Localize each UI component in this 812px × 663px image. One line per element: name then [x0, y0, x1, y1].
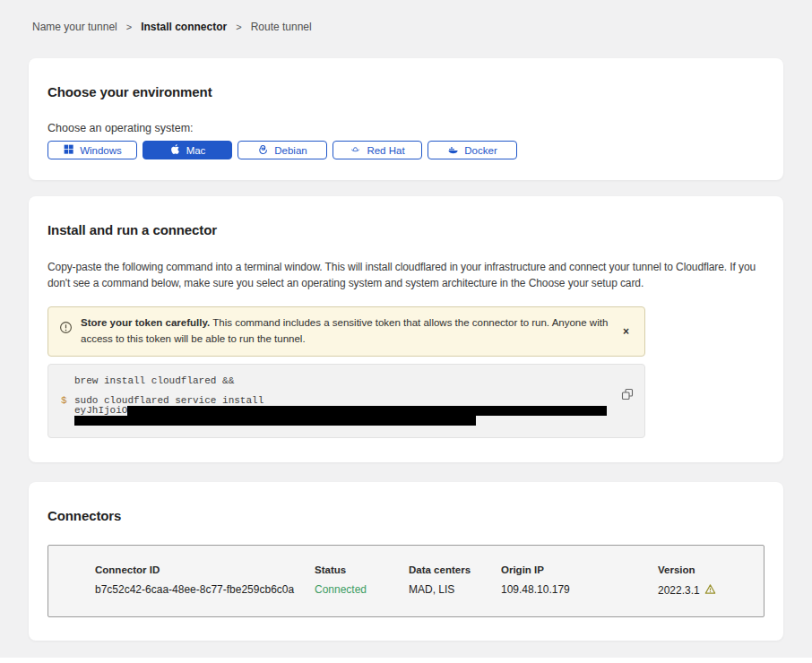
breadcrumb-separator: >: [126, 22, 132, 32]
shell-prompt: $: [61, 396, 74, 406]
breadcrumb-step-route-tunnel[interactable]: Route tunnel: [251, 21, 312, 33]
column-header-origin-ip: Origin IP: [501, 564, 658, 575]
code-line-sudo: sudo cloudflared service install: [74, 396, 263, 406]
os-button-label: Docker: [464, 145, 497, 156]
warning-triangle-icon: [704, 583, 716, 598]
debian-icon: [257, 143, 269, 157]
os-button-label: Mac: [186, 145, 206, 156]
origin-ip-column: Origin IP 109.48.10.179: [501, 564, 658, 598]
warning-message-bold: Store your token carefully.: [81, 317, 210, 328]
breadcrumb-separator: >: [236, 22, 241, 32]
origin-ip-value: 109.48.10.179: [501, 583, 658, 596]
install-connector-card: Install and run a connector Copy-paste t…: [29, 196, 783, 462]
redacted-token-bar: [127, 406, 607, 416]
breadcrumb-step-name-your-tunnel[interactable]: Name your tunnel: [32, 21, 117, 33]
os-button-windows[interactable]: Windows: [48, 141, 137, 159]
code-line-brew: brew install cloudflared &&: [74, 376, 234, 386]
status-badge: Connected: [315, 583, 409, 596]
version-column: Version 2022.3.1: [658, 564, 749, 598]
apple-icon: [169, 143, 181, 157]
copy-icon[interactable]: [621, 388, 634, 400]
os-button-group: Windows Mac Debian Red Hat Docker: [48, 141, 764, 159]
os-button-docker[interactable]: Docker: [428, 141, 517, 159]
breadcrumb: Name your tunnel > Install connector > R…: [0, 0, 812, 33]
command-code-block: brew install cloudflared && $sudo cloudf…: [48, 364, 645, 438]
column-header-data-centers: Data centers: [409, 564, 501, 575]
windows-icon: [63, 143, 74, 157]
os-button-label: Debian: [274, 145, 307, 156]
alert-circle-icon: [59, 321, 73, 340]
column-header-connector-id: Connector ID: [95, 564, 315, 575]
connector-id-value: b7c52c42-6caa-48ee-8c77-fbe259cb6c0a: [95, 583, 315, 596]
data-centers-value: MAD, LIS: [409, 583, 501, 596]
redhat-icon: [350, 143, 361, 157]
version-value: 2022.3.1: [658, 584, 700, 597]
token-warning-banner: Store your token carefully. This command…: [48, 306, 645, 357]
status-column: Status Connected: [315, 564, 409, 598]
operating-system-label: Choose an operating system:: [48, 122, 764, 134]
connectors-card: Connectors Connector ID b7c52c42-6caa-48…: [29, 482, 783, 641]
close-icon[interactable]: ×: [618, 324, 634, 339]
connectors-table: Connector ID b7c52c42-6caa-48ee-8c77-fbe…: [48, 545, 764, 617]
os-button-label: Windows: [80, 145, 122, 156]
connectors-card-title: Connectors: [48, 508, 764, 523]
token-prefix: eyJhIjoiO: [74, 406, 127, 416]
os-button-label: Red Hat: [367, 145, 404, 156]
os-button-debian[interactable]: Debian: [238, 141, 327, 159]
connector-id-column: Connector ID b7c52c42-6caa-48ee-8c77-fbe…: [95, 564, 315, 598]
bottom-strip: [0, 658, 812, 663]
data-centers-column: Data centers MAD, LIS: [409, 564, 501, 598]
os-button-redhat[interactable]: Red Hat: [333, 141, 422, 159]
os-button-mac[interactable]: Mac: [143, 141, 232, 159]
environment-card-title: Choose your environment: [48, 84, 764, 99]
warning-message: Store your token carefully. This command…: [81, 315, 610, 348]
choose-environment-card: Choose your environment Choose an operat…: [29, 58, 783, 180]
breadcrumb-step-install-connector[interactable]: Install connector: [141, 21, 227, 33]
column-header-status: Status: [315, 564, 409, 575]
column-header-version: Version: [658, 564, 749, 575]
docker-icon: [447, 143, 459, 157]
install-card-title: Install and run a connector: [48, 222, 764, 237]
redacted-token-bar: [74, 416, 476, 426]
install-instructions: Copy-paste the following command into a …: [48, 259, 764, 291]
